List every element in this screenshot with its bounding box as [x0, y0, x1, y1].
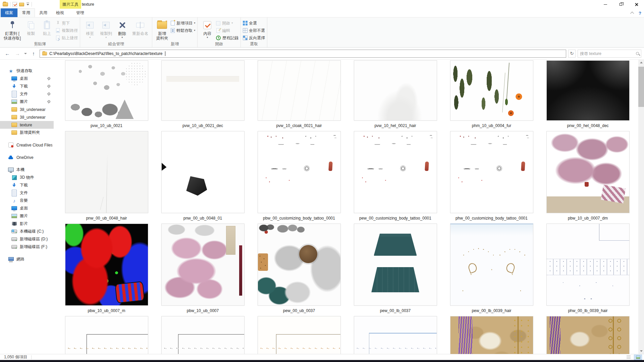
new-folder-qat-icon[interactable] [19, 3, 24, 6]
help-icon[interactable]: ? [639, 11, 641, 16]
select-all-button[interactable]: 全選 [243, 20, 265, 26]
thumbnail-view-button[interactable] [634, 355, 642, 360]
network-icon [8, 257, 14, 262]
sidebar-item[interactable]: 文件 [0, 90, 54, 98]
edit-button[interactable]: 編輯 [216, 27, 238, 34]
file-item[interactable]: pvw_10_ub_0021_dec [155, 60, 251, 129]
sidebar-item[interactable]: 3D 物件 [0, 174, 54, 181]
sidebar-item[interactable]: 網路 [0, 255, 54, 263]
tab-share[interactable]: 共用 [35, 8, 52, 17]
details-view-button[interactable] [625, 355, 633, 360]
pin-to-quick-access-button[interactable]: 釘選到 [快速存取] [2, 19, 22, 42]
sidebar-item[interactable]: 本機磁碟 (C:) [0, 228, 54, 235]
recent-locations-caret-icon[interactable] [24, 53, 27, 54]
sidebar-item[interactable]: 本機 [0, 166, 54, 174]
move-to-button[interactable]: 移至 ▾ [82, 19, 98, 40]
search-input[interactable] [580, 51, 634, 56]
file-item[interactable]: pbw_10_ub_0007 [155, 224, 251, 314]
file-item[interactable] [347, 316, 443, 354]
file-item[interactable]: pew_00_lb_0039_hair [443, 224, 540, 314]
sidebar-item[interactable]: 新增資料夾 [0, 129, 54, 136]
file-item[interactable]: phw_00_customizing_body_tattoo_0001 [443, 131, 540, 221]
file-item[interactable]: pnw_00_hel_0048_dec [540, 60, 636, 129]
file-item[interactable]: pvw_10_hel_0021_hair [347, 60, 443, 129]
file-item[interactable]: pnw_00_ub_0048_hair [58, 131, 155, 221]
file-item[interactable]: phw_00_lb_0039_hair [540, 224, 636, 314]
file-item[interactable]: pnw_00_ub_0048_01 [155, 131, 251, 221]
delete-button[interactable]: 刪除 ▾ [114, 19, 130, 40]
file-item[interactable]: pvw_10_cloak_0021_hair [251, 60, 347, 129]
sidebar-item[interactable]: OneDrive [0, 154, 54, 161]
file-name: pnw_00_hel_0048_dec [567, 123, 608, 129]
history-button[interactable]: 歷程記錄 [216, 35, 238, 41]
file-item[interactable]: pbw_00_customizing_body_tattoo_0001 [251, 131, 347, 221]
cut-button[interactable]: 剪下 [55, 20, 78, 26]
file-item[interactable]: pbw_10_ub_0007_m [58, 224, 155, 314]
file-item[interactable] [58, 316, 155, 354]
tab-view[interactable]: 檢視 [52, 8, 68, 17]
file-item[interactable]: phm_10_ub_0004_fur [443, 60, 540, 129]
refresh-button[interactable]: ↻ [568, 50, 576, 58]
paste-button[interactable]: 貼上 [39, 19, 55, 37]
file-item[interactable]: pbw_10_ub_0007_dm [540, 131, 636, 221]
open-button[interactable]: 開啟▾ [216, 20, 238, 26]
paste-shortcut-button[interactable]: 貼上捷徑 [55, 35, 78, 41]
sidebar-item[interactable]: 桌面 [0, 75, 54, 82]
search-icon[interactable] [636, 52, 639, 55]
file-item[interactable] [155, 316, 251, 354]
sidebar-item[interactable]: 38_underwear [0, 106, 54, 113]
up-button[interactable]: ↑ [30, 51, 38, 56]
rename-button[interactable]: 重新命名 [130, 19, 150, 37]
tab-home[interactable]: 常用 [17, 8, 35, 17]
sidebar-item[interactable]: 下載 [0, 181, 54, 189]
sidebar-item[interactable]: 新增磁碟區 (D:) [0, 235, 54, 243]
scrollbar-track[interactable] [638, 65, 644, 348]
forward-button[interactable]: → [13, 51, 21, 56]
tab-file[interactable]: 檔案 [1, 8, 17, 17]
group-label-select: 選取 [241, 41, 267, 47]
sidebar-item[interactable]: 圖片 [0, 98, 54, 106]
file-item[interactable] [251, 316, 347, 354]
minimize-ribbon-icon[interactable] [630, 12, 634, 15]
scroll-up-arrow-icon[interactable] [638, 60, 644, 65]
sidebar-item[interactable]: 桌面 [0, 204, 54, 212]
file-item[interactable] [443, 316, 540, 354]
properties-qat-icon[interactable] [12, 2, 17, 7]
address-bar[interactable]: C:\Pearlabyss\BlackDesert\Paz\files_to_p… [40, 50, 566, 58]
file-item[interactable] [540, 316, 636, 354]
scrollbar-thumb[interactable] [638, 67, 644, 107]
file-item[interactable]: pvw_10_ub_0021 [58, 60, 155, 129]
restore-button[interactable] [613, 0, 629, 9]
file-item[interactable]: pew_00_customizing_body_tattoo_0001 [347, 131, 443, 221]
sidebar-item[interactable]: 新增磁碟區 (F:) [0, 243, 54, 251]
copy-to-button[interactable]: 複製到 ▾ [98, 19, 114, 40]
sidebar-item[interactable]: 文件 [0, 189, 54, 197]
customize-qat-caret-icon[interactable] [26, 3, 30, 6]
sidebar-item[interactable]: 38_underwear [0, 113, 54, 121]
copy-button[interactable]: 複製 [23, 19, 39, 37]
close-button[interactable] [629, 0, 644, 9]
sidebar-item[interactable]: texture [0, 121, 54, 129]
properties-button[interactable]: 內容 ▾ [200, 19, 215, 40]
sidebar-item[interactable]: 影片 [0, 220, 54, 228]
sidebar-item[interactable]: 快速存取 [0, 67, 54, 75]
file-item[interactable]: pew_00_ub_0037 [251, 224, 347, 314]
new-folder-button[interactable]: 新增資料夾 [154, 19, 170, 42]
tab-manage[interactable]: 管理 [72, 8, 89, 17]
select-none-button[interactable]: 全部不選 [243, 27, 265, 34]
minimize-button[interactable] [598, 0, 613, 9]
scroll-down-arrow-icon[interactable] [638, 348, 644, 354]
sidebar-item[interactable]: 圖片 [0, 212, 54, 220]
sidebar-item[interactable]: 音樂 [0, 197, 54, 204]
sidebar-item[interactable]: Creative Cloud Files [0, 141, 54, 149]
file-item[interactable]: pew_00_lb_0037 [347, 224, 443, 314]
easy-access-button[interactable]: 輕鬆存取▾ [170, 27, 195, 34]
sidebar-item-label: 本機磁碟 (C:) [20, 229, 52, 234]
back-button[interactable]: ← [3, 51, 11, 56]
new-item-button[interactable]: 新增項目▾ [170, 20, 195, 26]
file-thumbnail [450, 316, 533, 354]
invert-selection-button[interactable]: 反向選擇 [243, 35, 265, 41]
copy-path-button[interactable]: 複製路徑 [55, 27, 78, 34]
vertical-scrollbar[interactable] [638, 60, 644, 354]
sidebar-item[interactable]: 下載 [0, 82, 54, 90]
